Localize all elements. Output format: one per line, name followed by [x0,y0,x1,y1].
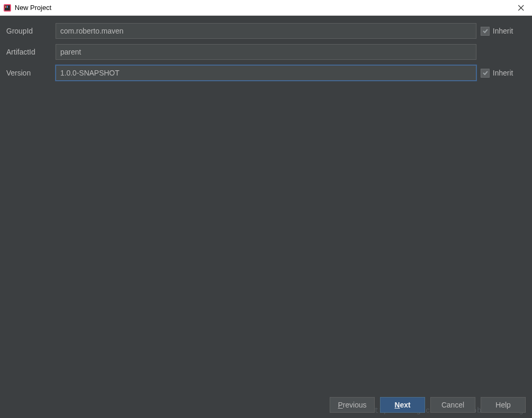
previous-button[interactable]: Previous [330,397,375,413]
artifactid-label: ArtifactId [6,48,51,56]
window-title: New Project [15,4,513,12]
app-icon [3,4,12,12]
dialog-body: GroupId Inherit ArtifactId Version Inher… [0,16,532,418]
svg-rect-3 [7,6,8,8]
close-icon[interactable] [513,0,529,16]
version-label: Version [6,69,51,77]
help-button[interactable]: Help [481,397,526,413]
groupid-inherit: Inherit [481,27,526,36]
button-bar: Previous Next Cancel Help [330,397,526,413]
title-bar: New Project [0,0,532,16]
artifactid-input[interactable] [56,44,476,60]
version-inherit: Inherit [481,69,526,78]
groupid-label: GroupId [6,27,51,35]
next-button[interactable]: Next [380,397,425,413]
groupid-inherit-label: Inherit [493,27,513,35]
svg-rect-2 [5,6,6,8]
groupid-input[interactable] [56,23,476,39]
cancel-button[interactable]: Cancel [430,397,475,413]
version-inherit-label: Inherit [493,69,513,77]
version-inherit-checkbox[interactable] [481,69,490,78]
groupid-inherit-checkbox[interactable] [481,27,490,36]
form-area: GroupId Inherit ArtifactId Version Inher… [0,16,532,81]
version-input[interactable] [56,65,476,81]
